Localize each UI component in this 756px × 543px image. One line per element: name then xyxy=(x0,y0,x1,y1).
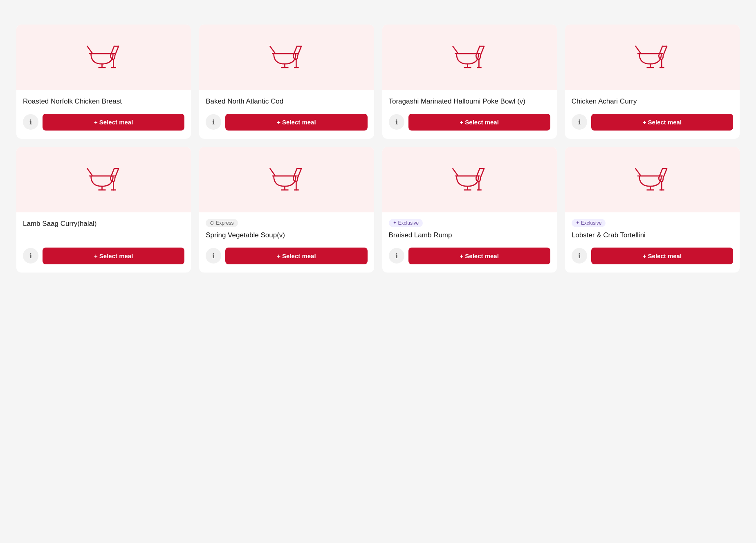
meal-name: Toragashi Marinated Halloumi Poke Bowl (… xyxy=(389,97,550,106)
meal-image xyxy=(382,147,557,212)
meal-card-baked-north-atlantic-cod: Baked North Atlantic Cod ℹ + Select meal xyxy=(199,25,374,139)
meal-image xyxy=(565,147,740,212)
meal-card-roasted-norfolk-chicken: Roasted Norfolk Chicken Breast ℹ + Selec… xyxy=(16,25,191,139)
card-body: ✦ Exclusive Lobster & Crab Tortellini ℹ … xyxy=(565,212,740,273)
card-actions: ℹ + Select meal xyxy=(206,114,367,131)
clock-icon: ⏱ xyxy=(210,221,214,225)
card-body: Lamb Saag Curry(halal) ℹ + Select meal xyxy=(16,212,191,273)
meal-name: Lamb Saag Curry(halal) xyxy=(23,219,184,240)
exclusive-badge: ✦ Exclusive xyxy=(389,219,423,227)
card-actions: ℹ + Select meal xyxy=(23,114,184,131)
select-meal-button[interactable]: + Select meal xyxy=(408,114,550,131)
meal-image xyxy=(565,25,740,90)
exclusive-badge: ✦ Exclusive xyxy=(572,219,606,227)
meal-name: Chicken Achari Curry xyxy=(572,97,733,106)
meal-name: Braised Lamb Rump xyxy=(389,230,550,240)
meal-card-lobster-crab-tortellini: ✦ Exclusive Lobster & Crab Tortellini ℹ … xyxy=(565,147,740,273)
badge-row: ✦ Exclusive xyxy=(389,219,550,227)
meal-image xyxy=(16,147,191,212)
select-meal-button[interactable]: + Select meal xyxy=(225,114,367,131)
info-icon: ℹ xyxy=(29,252,32,260)
meal-name: Baked North Atlantic Cod xyxy=(206,97,367,106)
meal-image xyxy=(16,25,191,90)
card-body: Roasted Norfolk Chicken Breast ℹ + Selec… xyxy=(16,90,191,139)
select-meal-button[interactable]: + Select meal xyxy=(225,248,367,264)
card-body: Chicken Achari Curry ℹ + Select meal xyxy=(565,90,740,139)
info-icon: ℹ xyxy=(578,118,581,126)
badge-row: ⏱ Express xyxy=(206,219,367,227)
info-icon: ℹ xyxy=(212,118,215,126)
info-button[interactable]: ℹ xyxy=(572,248,587,264)
card-actions: ℹ + Select meal xyxy=(206,248,367,264)
info-icon: ℹ xyxy=(395,118,398,126)
meal-card-lamb-saag-curry: Lamb Saag Curry(halal) ℹ + Select meal xyxy=(16,147,191,273)
star-icon: ✦ xyxy=(393,220,397,225)
select-meal-button[interactable]: + Select meal xyxy=(43,248,184,264)
meal-grid: Roasted Norfolk Chicken Breast ℹ + Selec… xyxy=(16,25,740,273)
meal-card-toragashi-halloumi: Toragashi Marinated Halloumi Poke Bowl (… xyxy=(382,25,557,139)
card-actions: ℹ + Select meal xyxy=(389,248,550,264)
card-actions: ℹ + Select meal xyxy=(389,114,550,131)
select-meal-button[interactable]: + Select meal xyxy=(43,114,184,131)
express-badge: ⏱ Express xyxy=(206,219,238,227)
info-icon: ℹ xyxy=(395,252,398,260)
info-button[interactable]: ℹ xyxy=(572,114,587,130)
info-button[interactable]: ℹ xyxy=(389,114,404,130)
meal-image xyxy=(199,147,374,212)
meal-card-braised-lamb-rump: ✦ Exclusive Braised Lamb Rump ℹ + Select… xyxy=(382,147,557,273)
info-icon: ℹ xyxy=(29,118,32,126)
info-icon: ℹ xyxy=(578,252,581,260)
select-meal-button[interactable]: + Select meal xyxy=(591,114,733,131)
card-actions: ℹ + Select meal xyxy=(572,248,733,264)
card-actions: ℹ + Select meal xyxy=(23,248,184,264)
meal-image xyxy=(199,25,374,90)
meal-name: Roasted Norfolk Chicken Breast xyxy=(23,97,184,106)
select-meal-button[interactable]: + Select meal xyxy=(591,248,733,264)
select-meal-button[interactable]: + Select meal xyxy=(408,248,550,264)
meal-image xyxy=(382,25,557,90)
meal-name: Spring Vegetable Soup(v) xyxy=(206,230,367,240)
info-button[interactable]: ℹ xyxy=(23,248,38,264)
info-button[interactable]: ℹ xyxy=(206,248,221,264)
star-icon: ✦ xyxy=(576,220,579,225)
info-button[interactable]: ℹ xyxy=(206,114,221,130)
info-button[interactable]: ℹ xyxy=(389,248,404,264)
info-icon: ℹ xyxy=(212,252,215,260)
card-actions: ℹ + Select meal xyxy=(572,114,733,131)
card-body: Baked North Atlantic Cod ℹ + Select meal xyxy=(199,90,374,139)
badge-row: ✦ Exclusive xyxy=(572,219,733,227)
meal-name: Lobster & Crab Tortellini xyxy=(572,230,733,240)
meal-card-chicken-achari-curry: Chicken Achari Curry ℹ + Select meal xyxy=(565,25,740,139)
card-body: Toragashi Marinated Halloumi Poke Bowl (… xyxy=(382,90,557,139)
meal-card-spring-vegetable-soup: ⏱ Express Spring Vegetable Soup(v) ℹ + S… xyxy=(199,147,374,273)
info-button[interactable]: ℹ xyxy=(23,114,38,130)
card-body: ⏱ Express Spring Vegetable Soup(v) ℹ + S… xyxy=(199,212,374,273)
card-body: ✦ Exclusive Braised Lamb Rump ℹ + Select… xyxy=(382,212,557,273)
